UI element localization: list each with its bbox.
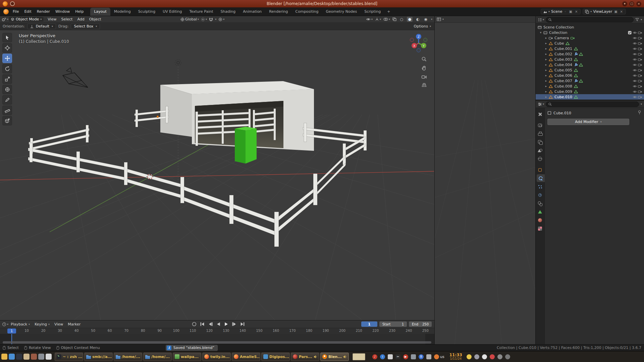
workspace-tab-sculpting[interactable]: Sculpting bbox=[135, 8, 159, 16]
mesh-data-icon[interactable] bbox=[574, 58, 578, 61]
expand-arrow-icon[interactable]: ▸ bbox=[544, 36, 548, 40]
properties-tab-scene[interactable] bbox=[536, 146, 544, 154]
expand-arrow-icon[interactable]: ▸ bbox=[544, 68, 548, 72]
prev-keyframe-button[interactable] bbox=[207, 321, 213, 327]
shading-rendered-button[interactable]: ◉ bbox=[423, 17, 429, 22]
workspace-tab-rendering[interactable]: Rendering bbox=[265, 8, 291, 16]
viewport-menu-object[interactable]: Object bbox=[87, 17, 104, 22]
object-visibility-dropdown[interactable]: ▾ bbox=[366, 18, 373, 21]
titlebar[interactable]: Blender [/home/amalie/Desktop/blender/st… bbox=[0, 0, 644, 7]
outliner-item-row[interactable]: ▸ Cube.006 bbox=[536, 73, 644, 78]
blender-menu-icon[interactable] bbox=[3, 9, 9, 14]
object-name[interactable]: Cube.010 bbox=[554, 95, 573, 99]
viewport-menu-select[interactable]: Select bbox=[59, 17, 75, 22]
modifier-wrench-icon[interactable] bbox=[574, 63, 578, 67]
proportional-edit-toggle[interactable]: ▾ bbox=[218, 17, 224, 21]
disable-render-icon[interactable] bbox=[638, 37, 642, 40]
expand-arrow-icon[interactable]: ▸ bbox=[544, 79, 548, 82]
new-viewlayer-icon[interactable]: ▣ bbox=[613, 10, 618, 13]
add-modifier-button[interactable]: Add Modifier ▾ bbox=[547, 119, 629, 125]
timeline-editor-type-button[interactable]: ▾ bbox=[2, 322, 8, 326]
object-name[interactable]: Camera bbox=[554, 36, 570, 40]
status-dot-icon[interactable] bbox=[482, 354, 487, 359]
disable-render-icon[interactable] bbox=[638, 85, 642, 88]
workspace-tab-layout[interactable]: Layout bbox=[90, 8, 110, 16]
properties-editor-type-button[interactable]: ▾ bbox=[538, 102, 544, 106]
transform-tool[interactable] bbox=[2, 85, 12, 94]
record-autokey-button[interactable] bbox=[191, 321, 197, 327]
zoom-icon[interactable] bbox=[421, 56, 427, 62]
new-scene-icon[interactable]: ▣ bbox=[569, 10, 573, 13]
properties-tab-output[interactable] bbox=[536, 130, 544, 137]
usb-icon[interactable] bbox=[497, 354, 502, 359]
object-name[interactable]: Cube.007 bbox=[554, 79, 573, 83]
keyboard-layout-indicator[interactable]: us bbox=[440, 355, 444, 359]
play-reverse-button[interactable] bbox=[215, 321, 221, 327]
mode-dropdown[interactable]: Object Mode ▾ bbox=[8, 16, 44, 22]
menu-edit[interactable]: Edit bbox=[21, 8, 34, 15]
outliner-item-row[interactable]: ▸ Cube.001 bbox=[536, 46, 644, 51]
editor-type-button[interactable]: ▾ bbox=[2, 17, 8, 21]
show-gizmo-dropdown[interactable]: ▾ bbox=[375, 17, 381, 21]
properties-tab-constraints[interactable] bbox=[536, 199, 544, 207]
taskbar-window-button[interactable]: smb://a... bbox=[84, 353, 113, 361]
add-workspace-button[interactable]: + bbox=[384, 8, 393, 15]
close-viewlayer-icon[interactable]: × bbox=[620, 10, 624, 13]
expand-arrow-icon[interactable]: ▸ bbox=[544, 47, 548, 50]
expand-arrow-icon[interactable]: ▸ bbox=[544, 90, 548, 93]
rotate-tool[interactable] bbox=[2, 64, 12, 73]
outliner-options-dropdown[interactable]: ▾ bbox=[641, 18, 642, 21]
expand-arrow-icon[interactable]: ▸ bbox=[544, 63, 548, 66]
outliner-item-row[interactable]: ▸ Cube.008 bbox=[536, 83, 644, 89]
viewport-menu-add[interactable]: Add bbox=[75, 17, 87, 22]
disable-render-icon[interactable] bbox=[638, 53, 642, 56]
expand-arrow-icon[interactable]: ▸ bbox=[544, 95, 548, 99]
expand-arrow-icon[interactable]: ▸ bbox=[544, 52, 548, 56]
hide-eye-icon[interactable] bbox=[633, 90, 637, 93]
show-overlays-dropdown[interactable]: ▾ bbox=[383, 17, 390, 21]
jump-to-end-button[interactable] bbox=[239, 321, 246, 327]
workspace-tab-compositing[interactable]: Compositing bbox=[292, 8, 322, 16]
properties-search-input[interactable] bbox=[546, 102, 639, 107]
disable-render-icon[interactable] bbox=[638, 90, 642, 93]
taskbar-window-button[interactable]: Digipos... bbox=[261, 353, 290, 361]
workspace-tab-scripting[interactable]: Scripting bbox=[361, 8, 384, 16]
lock-icon[interactable] bbox=[505, 354, 510, 359]
toggle-xray-button[interactable] bbox=[392, 17, 396, 21]
mesh-data-icon[interactable] bbox=[579, 79, 583, 83]
window-menu-icon[interactable] bbox=[10, 1, 15, 6]
outliner-item-row[interactable]: ▸ Cube.010 bbox=[536, 94, 644, 100]
pivot-point-dropdown[interactable]: ▾ bbox=[201, 17, 207, 21]
modifier-wrench-icon[interactable] bbox=[574, 79, 578, 83]
properties-tab-modifiers[interactable] bbox=[537, 174, 545, 182]
mail-launcher-icon[interactable] bbox=[46, 354, 52, 360]
disable-render-icon[interactable] bbox=[638, 42, 642, 45]
navigation-gizmo[interactable]: Z Y X bbox=[408, 33, 429, 55]
taskbar-window-button[interactable]: /home/... bbox=[143, 353, 172, 361]
object-name[interactable]: Cube.005 bbox=[554, 68, 573, 72]
properties-tab-data[interactable] bbox=[536, 208, 544, 216]
workspace-tab-geometry-nodes[interactable]: Geometry Nodes bbox=[322, 8, 361, 16]
mesh-data-icon[interactable] bbox=[574, 84, 578, 88]
taskbar-window-button[interactable]: /home/... bbox=[114, 353, 142, 361]
hide-eye-icon[interactable] bbox=[633, 79, 637, 82]
object-name[interactable]: Cube.006 bbox=[554, 73, 573, 78]
disable-render-icon[interactable] bbox=[638, 63, 642, 66]
snap-toggle[interactable] bbox=[209, 17, 213, 21]
hide-eye-icon[interactable] bbox=[633, 69, 637, 72]
collection-checkbox[interactable] bbox=[628, 31, 632, 35]
taskbar-window-button[interactable]: ~ : zsh ... bbox=[55, 353, 83, 361]
outliner-item-row[interactable]: ▸ Camera bbox=[536, 35, 644, 41]
menu-render[interactable]: Render bbox=[34, 8, 53, 15]
disable-render-icon[interactable] bbox=[638, 79, 642, 82]
playhead-frame-badge[interactable]: 1 bbox=[7, 328, 16, 334]
night-mode-icon[interactable] bbox=[474, 354, 479, 359]
display-icon[interactable] bbox=[411, 354, 416, 359]
outliner-item-row[interactable]: ▸ Cube.007 bbox=[536, 78, 644, 83]
timeline-ruler[interactable]: 1102030405060708090100110120130140150160… bbox=[0, 328, 434, 334]
select-box-tool[interactable] bbox=[2, 33, 12, 42]
timeline-track[interactable]: 1 bbox=[0, 334, 434, 344]
properties-tab-particles[interactable] bbox=[536, 183, 544, 190]
workspace-pager[interactable] bbox=[353, 353, 365, 360]
properties-tab-material[interactable] bbox=[536, 216, 544, 224]
